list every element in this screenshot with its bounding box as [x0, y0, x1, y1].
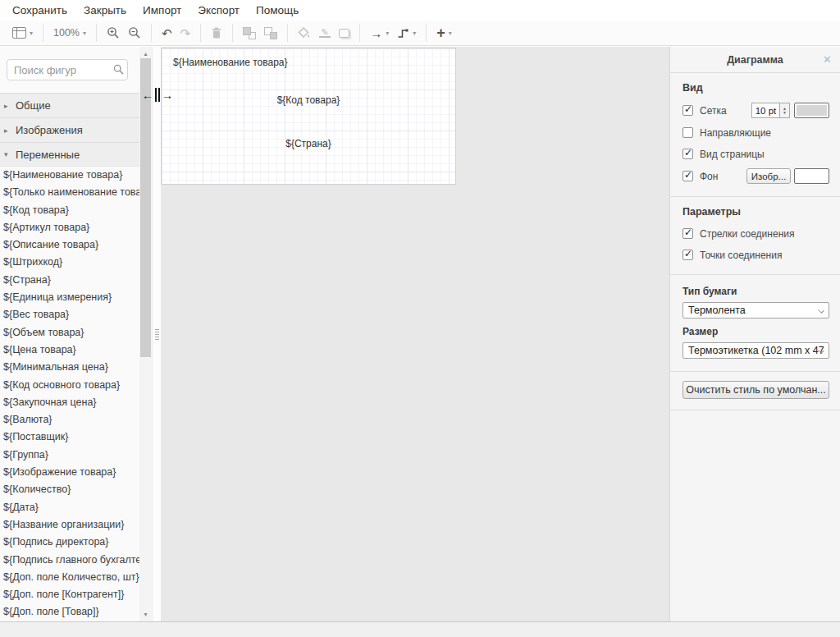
arrow-icon: →: [370, 27, 382, 39]
variable-item[interactable]: ${Изображение товара}: [0, 464, 139, 481]
search-icon: [113, 64, 124, 75]
paper-type-value: Термолента: [688, 305, 746, 316]
label-page[interactable]: ${Наименование товара} ${Код товара} ${С…: [161, 48, 456, 185]
redo-button[interactable]: ↷: [176, 22, 195, 44]
variable-item[interactable]: ${Дата}: [0, 499, 139, 516]
menu-item[interactable]: Импорт: [135, 4, 189, 16]
variable-item[interactable]: ${Название организации}: [0, 516, 139, 534]
placeholder-product-name[interactable]: ${Наименование товара}: [173, 57, 288, 68]
close-icon[interactable]: ✕: [823, 53, 832, 66]
section-arrow-icon: ▾: [4, 150, 16, 158]
variable-item[interactable]: ${Наименование товара}: [0, 167, 139, 184]
option-checkbox[interactable]: [682, 250, 693, 260]
scrollbar-thumb[interactable]: [140, 58, 151, 357]
waypoint-style-button[interactable]: ▾: [393, 22, 420, 44]
background-checkbox[interactable]: [682, 171, 693, 181]
menu-item[interactable]: Помощь: [248, 4, 307, 16]
shadow-icon: [339, 29, 349, 38]
variable-item[interactable]: ${Подпись директора}: [0, 534, 139, 551]
connection-style-button[interactable]: → ▾: [366, 22, 393, 44]
variables-list: ${Наименование товара} ${Только наименов…: [0, 167, 139, 621]
splitter-grip-icon[interactable]: [155, 329, 159, 340]
menu-item[interactable]: Экспорт: [189, 4, 248, 16]
option-checkbox[interactable]: [682, 228, 693, 239]
scroll-down-icon[interactable]: ▾: [139, 611, 152, 618]
size-select[interactable]: Термоэтикетка (102 mm x 47: [682, 342, 829, 359]
variable-item[interactable]: ${Штрихкод}: [0, 254, 139, 271]
format-panel: Диаграмма ✕ Вид Сетка 10 pt ▲▼ Направляю…: [669, 47, 840, 621]
search-input[interactable]: [7, 59, 128, 80]
sidebar-splitter[interactable]: [152, 47, 161, 621]
variable-item[interactable]: ${Группа}: [0, 447, 139, 464]
zoom-in-icon: [107, 26, 120, 39]
line-color-icon: ✎: [319, 28, 331, 38]
menu-item[interactable]: Сохранить: [4, 4, 75, 16]
zoom-out-button[interactable]: [124, 22, 145, 44]
undo-button[interactable]: ↶: [158, 22, 176, 44]
variable-item[interactable]: ${Единица измерения}: [0, 289, 139, 306]
panel-resize-handle[interactable]: ← →: [142, 88, 173, 102]
variable-item[interactable]: ${Подпись главного бухгалтера}: [0, 552, 139, 569]
variable-item[interactable]: ${Артикул товара}: [0, 219, 139, 236]
zoom-level-button[interactable]: 100% ▾: [49, 22, 90, 44]
page-view-checkbox[interactable]: [682, 149, 693, 159]
diagram-canvas[interactable]: ${Наименование товара} ${Код товара} ${С…: [161, 47, 669, 621]
variable-item[interactable]: ${Вес товара}: [0, 306, 139, 323]
grid-size-input[interactable]: 10 pt: [751, 103, 780, 118]
toolbar-separator: [426, 24, 427, 42]
variable-item[interactable]: ${Доп. поле [Товар]}: [0, 603, 139, 621]
placeholder-product-code[interactable]: ${Код товара}: [162, 94, 455, 106]
variable-item[interactable]: ${Валюта}: [0, 411, 139, 428]
variable-item[interactable]: ${Только наименование товара}: [0, 184, 139, 201]
sidebar-section[interactable]: ▸ Изображения: [0, 117, 139, 142]
variable-item[interactable]: ${Код основного товара}: [0, 377, 139, 394]
to-back-button[interactable]: [260, 22, 281, 44]
to-front-button[interactable]: [239, 22, 260, 44]
toolbar-separator: [232, 24, 233, 42]
insert-button[interactable]: + ▾: [432, 22, 456, 44]
sidebar-scrollbar[interactable]: ▴ ▾: [139, 47, 152, 621]
grid-size-stepper[interactable]: ▲▼: [780, 103, 790, 118]
fill-color-button[interactable]: [294, 22, 315, 44]
variable-item[interactable]: ${Количество}: [0, 481, 139, 498]
variable-item[interactable]: ${Страна}: [0, 272, 139, 289]
chevron-down-icon: ▾: [449, 30, 452, 37]
section-arrow-icon: ▸: [4, 102, 16, 110]
resize-right-icon: →: [162, 89, 173, 102]
variable-item[interactable]: ${Минимальная цена}: [0, 359, 139, 376]
page-view-button[interactable]: ▾: [8, 22, 37, 44]
option-label: Точки соединения: [700, 250, 829, 261]
variable-item[interactable]: ${Доп. поле Количество, шт}: [0, 569, 139, 586]
page-view-row: Вид страницы: [682, 147, 829, 161]
menu-item[interactable]: Закрыть: [75, 4, 135, 16]
scroll-up-icon[interactable]: ▴: [139, 50, 152, 57]
view-section: Вид Сетка 10 pt ▲▼ Направляющие Вид стра…: [670, 73, 840, 197]
variable-item[interactable]: ${Объем товара}: [0, 324, 139, 341]
trash-icon: [211, 27, 222, 39]
option-label: Стрелки соединения: [700, 228, 829, 240]
grid-color-swatch[interactable]: [794, 103, 829, 118]
grid-checkbox[interactable]: [682, 105, 693, 116]
sidebar-section[interactable]: ▾ Переменные: [0, 142, 139, 167]
paper-type-select[interactable]: Термолента: [682, 302, 829, 318]
variable-item[interactable]: ${Поставщик}: [0, 428, 139, 446]
variable-item[interactable]: ${Описание товара}: [0, 236, 139, 254]
variable-item[interactable]: ${Код товара}: [0, 202, 139, 219]
toolbar-separator: [359, 24, 360, 42]
placeholder-country[interactable]: ${Страна}: [162, 138, 455, 149]
delete-button[interactable]: [207, 22, 226, 44]
clear-default-style-button[interactable]: Очистить стиль по умолчан...: [682, 381, 829, 399]
variable-item[interactable]: ${Цена товара}: [0, 341, 139, 359]
variable-item[interactable]: ${Доп. поле [Контрагент]}: [0, 586, 139, 603]
shadow-button[interactable]: [335, 22, 354, 44]
line-color-button[interactable]: ✎: [315, 22, 335, 44]
sidebar-section[interactable]: ▸ Общие: [0, 93, 139, 117]
guides-checkbox[interactable]: [682, 127, 693, 138]
background-color-swatch[interactable]: [794, 168, 829, 184]
toolbar-separator: [96, 24, 97, 42]
zoom-in-button[interactable]: [103, 22, 124, 44]
section-label: Переменные: [16, 149, 80, 161]
variable-item[interactable]: ${Закупочная цена}: [0, 394, 139, 411]
background-image-button[interactable]: Изобр...: [746, 168, 791, 184]
zoom-level: 100%: [53, 27, 80, 39]
